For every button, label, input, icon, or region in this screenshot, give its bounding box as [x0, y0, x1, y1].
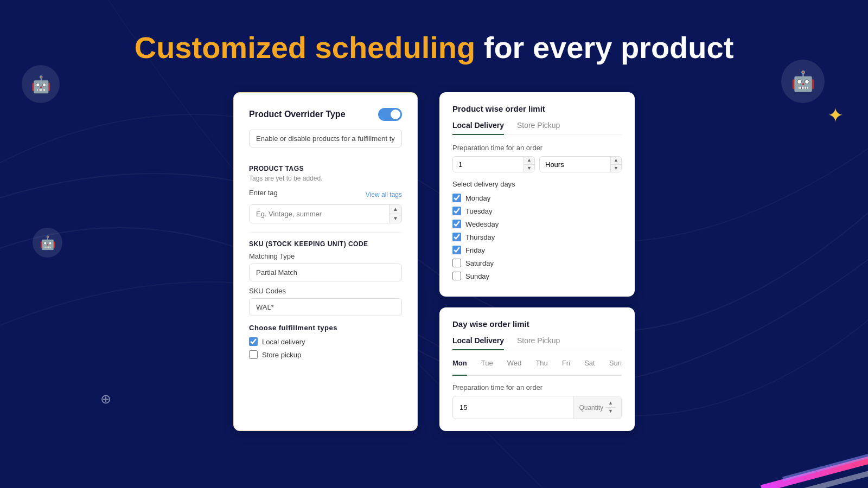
- friday-label: Friday: [465, 246, 485, 254]
- prep-unit-select[interactable]: Hours Minutes Days: [540, 157, 610, 172]
- sku-codes-label: SKU Codes: [249, 287, 402, 295]
- fulfillment-type-select[interactable]: Enable or disable products for a fulfill…: [249, 130, 402, 147]
- wednesday-row: Wedesday: [452, 220, 622, 228]
- tab-local-delivery[interactable]: Local Delivery: [452, 121, 504, 135]
- prep-value-input[interactable]: [453, 157, 524, 172]
- tags-sublabel: Tags are yet to be added.: [249, 175, 402, 182]
- quantity-label: Quantity: [579, 404, 603, 412]
- tag-up-btn[interactable]: ▲: [390, 205, 401, 214]
- product-order-tabs: Local Delivery Store Pickup: [452, 121, 622, 135]
- day-prep-label: Preparation time for an order: [452, 383, 622, 391]
- weekday-thu[interactable]: Thu: [535, 359, 547, 370]
- prep-up-btn[interactable]: ▲: [524, 157, 534, 165]
- delivery-days-label: Select delivery days: [452, 180, 622, 188]
- unit-down-btn[interactable]: ▼: [611, 165, 621, 172]
- wednesday-checkbox[interactable]: [452, 220, 461, 228]
- saturday-checkbox[interactable]: [452, 259, 461, 267]
- weekday-wed[interactable]: Wed: [507, 359, 522, 370]
- right-panels: Product wise order limit Local Delivery …: [439, 92, 635, 431]
- weekday-sat[interactable]: Sat: [584, 359, 595, 370]
- left-panel: Product Overrider Type Enable or disable…: [233, 92, 418, 431]
- sunday-checkbox[interactable]: [452, 272, 461, 280]
- product-order-limit-title: Product wise order limit: [452, 104, 622, 113]
- toggle-switch[interactable]: [378, 108, 402, 121]
- quantity-label-box: Quantity ▲ ▼: [573, 396, 621, 418]
- monday-checkbox[interactable]: [452, 194, 461, 202]
- tab-store-pickup[interactable]: Store Pickup: [517, 121, 560, 135]
- wednesday-label: Wedesday: [465, 220, 499, 228]
- tag-down-btn[interactable]: ▼: [390, 214, 401, 223]
- quantity-input-row: Quantity ▲ ▼: [452, 396, 622, 419]
- day-order-tabs: Local Delivery Store Pickup: [452, 336, 622, 350]
- monday-label: Monday: [465, 194, 490, 202]
- prep-spin-btns: ▲ ▼: [524, 157, 534, 172]
- weekday-fri[interactable]: Fri: [562, 359, 570, 370]
- divider-1: [249, 232, 402, 233]
- quantity-up-btn[interactable]: ▲: [605, 400, 616, 408]
- panel-title: Product Overrider Type: [249, 110, 346, 119]
- tag-input-container: ▲ ▼: [249, 204, 402, 223]
- main-content: Product Overrider Type Enable or disable…: [0, 87, 868, 431]
- store-pickup-label: Store pickup: [262, 351, 301, 359]
- friday-checkbox[interactable]: [452, 246, 461, 254]
- decorative-ribbon: [760, 423, 868, 488]
- prep-time-label: Preparation time for an order: [452, 144, 622, 152]
- saturday-row: Saturday: [452, 259, 622, 267]
- thursday-checkbox[interactable]: [452, 233, 461, 241]
- fulfillment-types-label: Choose fulfillment types: [249, 324, 402, 332]
- thursday-label: Thursday: [465, 233, 495, 241]
- prep-value-input-box: ▲ ▼: [452, 156, 535, 172]
- day-order-limit-title: Day wise order limit: [452, 319, 622, 329]
- store-pickup-row: Store pickup: [249, 350, 402, 359]
- page-title: Customized scheduling for every product: [0, 30, 868, 65]
- prep-down-btn[interactable]: ▼: [524, 165, 534, 172]
- tuesday-label: Tuesday: [465, 207, 492, 215]
- sku-codes-input[interactable]: [249, 298, 402, 316]
- matching-type-label: Matching Type: [249, 252, 402, 260]
- saturday-label: Saturday: [465, 259, 494, 267]
- product-order-limit-card: Product wise order limit Local Delivery …: [439, 92, 635, 297]
- view-all-tags-link[interactable]: View all tags: [366, 191, 402, 198]
- matching-type-input[interactable]: [249, 264, 402, 281]
- unit-up-btn[interactable]: ▲: [611, 157, 621, 165]
- tuesday-row: Tuesday: [452, 207, 622, 215]
- quantity-down-btn[interactable]: ▼: [605, 408, 616, 415]
- day-tab-store-pickup[interactable]: Store Pickup: [517, 336, 560, 350]
- local-delivery-row: Local delivery: [249, 337, 402, 346]
- friday-row: Friday: [452, 246, 622, 254]
- prep-unit-spin: ▲ ▼: [610, 157, 621, 172]
- weekday-tue[interactable]: Tue: [481, 359, 493, 370]
- sunday-row: Sunday: [452, 272, 622, 280]
- prep-time-inputs: ▲ ▼ Hours Minutes Days ▲ ▼: [452, 156, 622, 172]
- weekday-mon[interactable]: Mon: [452, 359, 467, 376]
- quantity-value-input[interactable]: [453, 399, 573, 416]
- enter-tag-label: Enter tag: [249, 189, 278, 197]
- panel-header: Product Overrider Type: [249, 108, 402, 121]
- day-order-limit-card: Day wise order limit Local Delivery Stor…: [439, 307, 635, 431]
- prep-unit-select-box: Hours Minutes Days ▲ ▼: [539, 156, 622, 172]
- weekday-sun[interactable]: Sun: [609, 359, 622, 370]
- day-tab-local-delivery[interactable]: Local Delivery: [452, 336, 504, 350]
- page-header: Customized scheduling for every product: [0, 0, 868, 87]
- local-delivery-checkbox[interactable]: [249, 337, 258, 346]
- store-pickup-checkbox[interactable]: [249, 350, 258, 359]
- product-tags-label: PRODUCT TAGS: [249, 165, 402, 172]
- monday-row: Monday: [452, 194, 622, 202]
- quantity-spin-btns: ▲ ▼: [605, 400, 616, 415]
- local-delivery-label: Local delivery: [262, 338, 305, 346]
- thursday-row: Thursday: [452, 233, 622, 241]
- tag-input[interactable]: [250, 206, 389, 222]
- tuesday-checkbox[interactable]: [452, 207, 461, 215]
- tag-arrows: ▲ ▼: [389, 205, 401, 223]
- sku-label: SKU (STOCK KEEPING UNIT) CODE: [249, 240, 402, 248]
- enter-tag-row: Enter tag View all tags: [249, 189, 402, 200]
- weekday-nav: Mon Tue Wed Thu Fri Sat Sun: [452, 359, 622, 376]
- sunday-label: Sunday: [465, 272, 489, 280]
